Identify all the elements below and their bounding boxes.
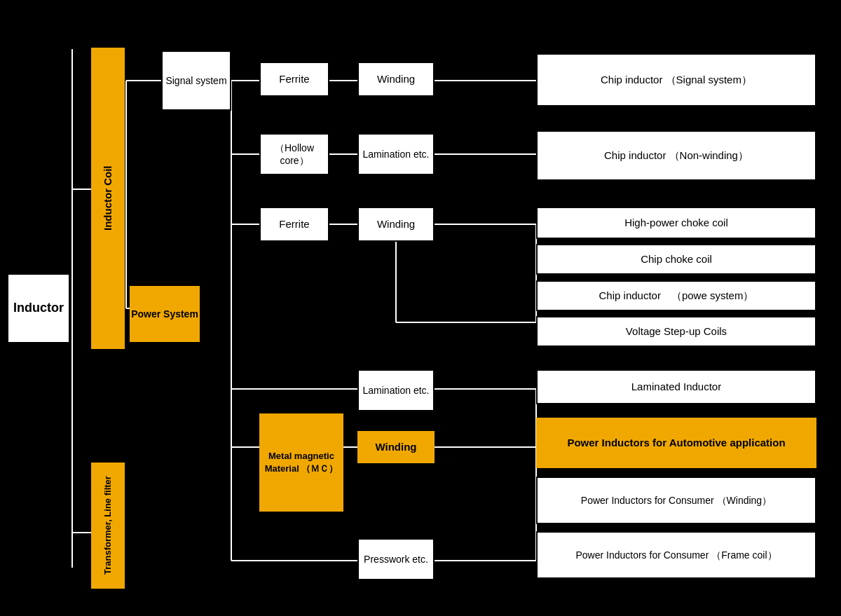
power-inductors-consumer-winding-box: Power Inductors for Consumer （Winding） [536,477,816,524]
ferrite2-box: Ferrite [259,207,329,242]
laminated-inductor-box: Laminated Inductor [536,369,816,404]
chip-inductor-power-box: Chip inductor （powe system） [536,280,816,311]
hollow-core-box: （Hollow core） [259,133,329,175]
inductor-coil-box: Inductor Coil [91,48,125,349]
ferrite1-box: Ferrite [259,62,329,97]
power-system-box: Power System [130,286,200,342]
chip-inductor-signal-box: Chip inductor （Signal system） [536,53,816,107]
presswork-box: Presswork etc. [357,538,435,580]
lamination1-box: Lamination etc. [357,133,435,175]
chip-inductor-nonwinding-box: Chip inductor （Non-winding） [536,130,816,181]
metal-magnetic-box: Metal magnetic Material （ＭＣ） [259,413,343,512]
winding3-box: Winding [357,431,435,463]
power-inductors-consumer-frame-box: Power Inductors for Consumer （Frame coil… [536,531,816,579]
chip-choke-box: Chip choke coil [536,244,816,275]
transformer-line-filter-box: Transformer, Line filter [91,463,125,589]
winding1-box: Winding [357,62,435,97]
power-inductors-auto-box: Power Inductors for Automotive applicati… [536,418,816,468]
inductor-box: Inductor [7,273,70,343]
signal-system-box: Signal system [161,50,231,111]
voltage-step-up-box: Voltage Step-up Coils [536,316,816,347]
lamination2-box: Lamination etc. [357,369,435,411]
winding2-box: Winding [357,207,435,242]
high-power-choke-box: High-power choke coil [536,207,816,239]
